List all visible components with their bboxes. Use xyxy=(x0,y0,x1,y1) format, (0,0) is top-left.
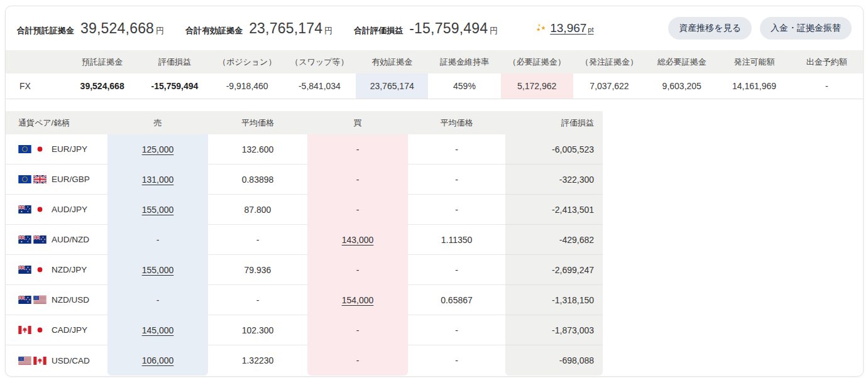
pair-name: USD/CAD xyxy=(52,356,90,365)
margin-table-header: 預託証拠金 評価損益 （ポジション） （スワップ等） 有効証拠金 証拠金維持率 … xyxy=(6,50,863,73)
position-value: -9,918,460 xyxy=(211,73,283,99)
cad-flag-icon xyxy=(18,326,31,334)
sell-avg-price: - xyxy=(208,225,307,255)
position-row-nzdjpy: NZD/JPY 155,000 79.936 - - -2,699,247 xyxy=(6,255,603,285)
deposit-margin-value: 39,524,668 xyxy=(66,73,138,99)
unrealized-pl: -6,005,523 xyxy=(505,134,603,165)
buy-avg-price: - xyxy=(408,345,505,375)
cad-flag-icon xyxy=(33,357,47,365)
total-effective-margin-value: 23,765,174 xyxy=(249,20,322,37)
pair-name: AUD/JPY xyxy=(52,205,87,214)
points-value: 13,967 xyxy=(550,21,586,35)
col-position: （ポジション） xyxy=(211,50,283,73)
asset-transition-button[interactable]: 資産推移を見る xyxy=(668,17,752,40)
col-deposit-margin: 預託証拠金 xyxy=(66,50,138,73)
col-sell: 売 xyxy=(107,111,208,134)
total-unrealized-pl-value: -15,759,494 xyxy=(409,20,488,37)
aud-flag-icon xyxy=(18,205,31,213)
buy-qty-link: - xyxy=(356,175,360,185)
buy-qty-link[interactable]: 143,000 xyxy=(342,235,374,245)
aud-flag-icon xyxy=(18,235,31,244)
jpy-flag-icon xyxy=(33,145,47,153)
points-link[interactable]: 13,967 pt xyxy=(550,21,593,35)
header-spacer xyxy=(6,50,66,73)
col-buy-avg-price: 平均価格 xyxy=(408,111,505,134)
col-total-required-margin: 総必要証拠金 xyxy=(646,50,718,73)
pair-cell: USD/CAD xyxy=(6,345,107,375)
col-sell-avg-price: 平均価格 xyxy=(208,111,307,134)
position-row-cadjpy: CAD/JPY 145,000 102.300 - - -1,873,003 xyxy=(6,315,603,345)
col-orderable-amount: 発注可能額 xyxy=(718,50,790,73)
position-row-eurgbp: EUR/GBP 131,000 0.83898 - - -322,300 xyxy=(6,165,603,195)
positions-table: 通貨ペア/銘柄 売 平均価格 買 平均価格 評価損益 EUR/JPY 125,0… xyxy=(6,111,603,375)
sell-qty-link[interactable]: 131,000 xyxy=(142,175,174,185)
jpy-flag-icon xyxy=(33,326,47,334)
pair-name: NZD/JPY xyxy=(52,265,87,274)
sell-qty-link[interactable]: 155,000 xyxy=(142,205,174,215)
deposit-margin-transfer-button[interactable]: 入金・証拠金振替 xyxy=(760,17,852,40)
buy-qty-cell: - xyxy=(307,134,408,165)
sell-avg-price: - xyxy=(208,285,307,315)
buy-avg-price: - xyxy=(408,134,505,165)
col-swap: （スワップ等） xyxy=(283,50,356,73)
yen-unit: 円 xyxy=(156,25,164,36)
unrealized-pl-value: -15,759,494 xyxy=(138,73,211,99)
points-block: 13,967 pt xyxy=(536,21,593,35)
margin-ratio-value: 459% xyxy=(428,73,500,99)
nzd-flag-icon xyxy=(18,296,31,304)
jpy-flag-icon xyxy=(33,205,47,213)
position-row-nzdusd: NZD/USD - - 154,000 0.65867 -1,318,150 xyxy=(6,285,603,315)
sell-qty-link: - xyxy=(157,235,160,245)
col-order-margin: （発注証拠金） xyxy=(573,50,646,73)
pair-cell: EUR/GBP xyxy=(6,165,107,195)
points-unit: pt xyxy=(588,26,593,33)
buy-qty-cell: - xyxy=(307,255,408,285)
sell-avg-price: 1.32230 xyxy=(208,345,307,375)
sell-avg-price: 132.600 xyxy=(208,134,307,165)
sell-qty-link[interactable]: 145,000 xyxy=(142,325,174,335)
summary-bar: 合計預託証拠金 39,524,668 円 合計有効証拠金 23,765,174 … xyxy=(6,6,863,50)
usd-flag-icon xyxy=(33,296,47,304)
buy-avg-price: - xyxy=(408,165,505,195)
required-margin-value: 5,172,962 xyxy=(501,73,573,99)
buy-qty-link: - xyxy=(356,325,360,335)
effective-margin-value: 23,765,174 xyxy=(356,73,428,99)
sell-qty-link[interactable]: 155,000 xyxy=(142,265,174,275)
buy-qty-cell: 154,000 xyxy=(307,285,408,315)
total-deposit-margin: 合計預託証拠金 39,524,668 円 xyxy=(17,20,164,37)
summary-actions: 資産推移を見る 入金・証拠金振替 xyxy=(668,17,852,40)
pair-name: EUR/GBP xyxy=(52,175,90,184)
sell-qty-cell: 106,000 xyxy=(107,345,208,375)
sell-qty-cell: 125,000 xyxy=(107,134,208,165)
sell-qty-cell: - xyxy=(107,225,208,255)
sell-qty-link[interactable]: 125,000 xyxy=(142,144,174,154)
buy-qty-link: - xyxy=(356,265,360,275)
pair-cell: AUD/NZD xyxy=(6,225,107,255)
col-unrealized-pl: 評価損益 xyxy=(505,111,603,134)
swap-value: -5,841,034 xyxy=(283,73,356,99)
buy-avg-price: - xyxy=(408,255,505,285)
unrealized-pl: -1,318,150 xyxy=(505,285,603,315)
buy-qty-cell: - xyxy=(307,165,408,195)
pair-cell: EUR/JPY xyxy=(6,134,107,165)
sell-qty-cell: 155,000 xyxy=(107,255,208,285)
buy-qty-cell: - xyxy=(307,195,408,225)
sell-qty-cell: 131,000 xyxy=(107,165,208,195)
withdrawal-reserved-value: - xyxy=(791,73,863,99)
buy-qty-link[interactable]: 154,000 xyxy=(342,295,374,305)
yen-unit: 円 xyxy=(324,25,332,36)
sell-qty-link[interactable]: 106,000 xyxy=(142,355,174,365)
sell-avg-price: 79.936 xyxy=(208,255,307,285)
sell-qty-cell: 155,000 xyxy=(107,195,208,225)
total-deposit-margin-label: 合計預託証拠金 xyxy=(17,25,74,36)
buy-qty-cell: - xyxy=(307,315,408,345)
buy-avg-price: - xyxy=(408,195,505,225)
buy-qty-cell: 143,000 xyxy=(307,225,408,255)
unrealized-pl: -322,300 xyxy=(505,165,603,195)
order-margin-value: 7,037,622 xyxy=(573,73,646,99)
usd-flag-icon xyxy=(18,357,31,365)
buy-qty-link: - xyxy=(356,144,360,154)
yen-unit: 円 xyxy=(490,25,498,36)
sell-qty-cell: - xyxy=(107,285,208,315)
eur-flag-icon xyxy=(18,145,31,153)
